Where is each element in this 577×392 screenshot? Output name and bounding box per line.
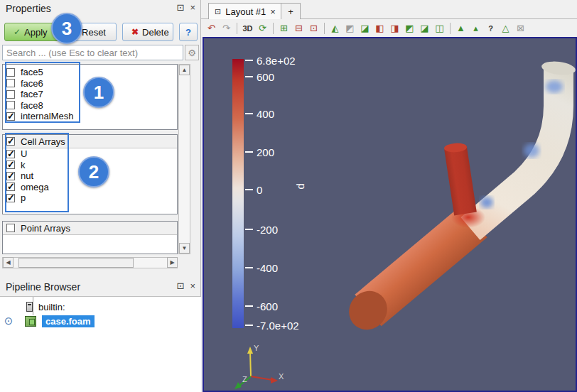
omega-checkbox[interactable]: [6, 183, 15, 191]
face8-checkbox[interactable]: [6, 101, 15, 109]
zoom-in-box-icon[interactable]: ⊞: [278, 22, 290, 34]
new-layout-tab[interactable]: +: [281, 3, 301, 19]
face5-checkbox[interactable]: [6, 68, 15, 77]
search-input[interactable]: [2, 45, 183, 60]
y-axis: [247, 347, 253, 376]
point-arrays-label: Point Arrays: [21, 223, 70, 234]
zoom-to-box-icon[interactable]: ◩: [344, 22, 356, 34]
list-item-face5[interactable]: face5: [3, 67, 177, 78]
color-legend-bar[interactable]: [232, 59, 244, 328]
gear-icon: ⚙: [188, 48, 196, 58]
orientation-axes-widget: Y X Z: [231, 342, 286, 391]
apply-icon: ✓: [14, 27, 21, 37]
properties-title: Properties: [6, 3, 51, 14]
tab-layout-1-label: Layout #1: [225, 6, 266, 17]
paraview-window: Properties ⊡ × ✓ Apply Reset ✖ Delete ?: [0, 0, 577, 392]
plus-x-view-icon[interactable]: ◧: [374, 22, 386, 34]
cell-arrays-checkbox[interactable]: [6, 137, 15, 146]
scroll-up-icon[interactable]: ▲: [179, 65, 190, 75]
face6-checkbox[interactable]: [6, 79, 15, 87]
list-item-internalmesh[interactable]: internalMesh: [3, 111, 177, 122]
render-view[interactable]: 6.8e+02 600 400 200 0 -200 -400 -600 -7.…: [203, 37, 577, 392]
undo-camera-icon[interactable]: ↶: [205, 22, 217, 34]
plus-y-view-icon[interactable]: ◩: [404, 22, 416, 34]
close-panel-icon[interactable]: ×: [190, 2, 195, 13]
p-checkbox[interactable]: [6, 194, 15, 202]
plus-icon: +: [288, 6, 293, 17]
pipeline-tree: builtin: ⊙ case.foam: [0, 296, 201, 392]
toggle-2d-3d-icon[interactable]: 3D: [242, 22, 254, 34]
cell-arrays-header[interactable]: Cell Arrays: [3, 135, 177, 148]
nut-checkbox[interactable]: [6, 172, 15, 180]
horizontal-scrollbar[interactable]: ◀ ▶: [2, 257, 178, 268]
point-arrays-checkbox[interactable]: [6, 224, 15, 232]
close-tab-icon[interactable]: ×: [270, 6, 276, 17]
isometric-view-icon[interactable]: ▲: [455, 22, 467, 34]
scroll-right-icon[interactable]: ▶: [167, 257, 178, 268]
properties-header: Properties ⊡ ×: [0, 0, 201, 17]
scroll-down-icon[interactable]: ▼: [179, 243, 190, 254]
openfoam-case-icon: [25, 316, 36, 327]
legend-tick: 600: [245, 70, 274, 83]
reset-center-icon[interactable]: △: [500, 22, 512, 34]
search-options-button[interactable]: ⚙: [185, 45, 199, 60]
float-panel-icon[interactable]: ⊡: [177, 2, 185, 13]
pipeline-item-builtin[interactable]: builtin:: [0, 300, 201, 314]
minus-y-view-icon[interactable]: ◪: [419, 22, 431, 34]
u-label: U: [21, 148, 27, 159]
cell-arrays-label: Cell Arrays: [21, 136, 65, 147]
case-foam-label: case.foam: [42, 315, 95, 327]
zoom-closest-icon[interactable]: ◪: [359, 22, 371, 34]
context-help-icon[interactable]: ?: [485, 22, 497, 34]
tab-layout-1[interactable]: ⊡ Layout #1 ×: [208, 3, 282, 19]
internalmesh-checkbox[interactable]: [6, 112, 15, 121]
redo-camera-icon[interactable]: ↷: [220, 22, 232, 34]
delete-view-icon[interactable]: ⊠: [514, 22, 527, 34]
y-axis-label: Y: [254, 344, 259, 352]
delete-label: Delete: [142, 27, 169, 38]
scroll-left-icon[interactable]: ◀: [3, 257, 14, 268]
plus-z-view-icon[interactable]: ◫: [433, 22, 446, 34]
float-panel-icon[interactable]: ⊡: [177, 281, 185, 291]
p-label: p: [21, 192, 26, 203]
layout-tab-bar: ⊡ Layout #1 × +: [201, 0, 577, 19]
face7-checkbox[interactable]: [6, 90, 15, 99]
toolbar-separator: [237, 23, 237, 34]
delete-button[interactable]: ✖ Delete: [122, 23, 173, 41]
face6-label: face6: [21, 78, 43, 89]
legend-title: p: [296, 183, 308, 189]
zoom-out-box-icon[interactable]: ⊟: [293, 22, 305, 34]
delete-icon: ✖: [131, 27, 139, 37]
x-axis-label: X: [279, 372, 284, 381]
minus-x-view-icon[interactable]: ◨: [389, 22, 401, 34]
callout-2: 2: [78, 156, 109, 187]
reset-zoom-icon[interactable]: ⊡: [308, 22, 320, 34]
pipe-3d-model: [204, 38, 577, 392]
point-arrays-header[interactable]: Point Arrays: [3, 222, 177, 235]
pipeline-item-case-foam[interactable]: ⊙ case.foam: [0, 314, 201, 328]
list-item-p[interactable]: p: [3, 192, 177, 204]
reset-label: Reset: [82, 27, 106, 38]
help-button[interactable]: ?: [179, 23, 198, 41]
camera-toolbar: ↶ ↷ 3D ⟳ ⊞ ⊟ ⊡ ◭ ◩ ◪ ◧ ◨ ◩ ◪ ◫ ▲ ▴ ? △ ⊠: [201, 19, 577, 37]
pick-center-icon[interactable]: ▴: [470, 22, 482, 34]
zoom-to-data-icon[interactable]: ◭: [329, 22, 341, 34]
legend-tick: -600: [245, 300, 278, 312]
face5-label: face5: [21, 67, 43, 77]
visibility-eye-icon[interactable]: ⊙: [0, 315, 17, 327]
adjust-camera-icon[interactable]: ⟳: [257, 22, 269, 34]
nut-label: nut: [21, 170, 33, 181]
callout-1: 1: [83, 77, 114, 108]
legend-tick: 200: [245, 146, 274, 158]
u-checkbox[interactable]: [6, 150, 15, 158]
k-checkbox[interactable]: [6, 160, 15, 169]
window-icon: ⊡: [215, 7, 221, 16]
internalmesh-label: internalMesh: [21, 111, 73, 121]
vertical-scrollbar[interactable]: ▲ ▼: [178, 64, 190, 254]
left-dock: Properties ⊡ × ✓ Apply Reset ✖ Delete ?: [0, 0, 201, 392]
close-panel-icon[interactable]: ×: [190, 281, 195, 291]
scrollbar-thumb[interactable]: [18, 258, 134, 268]
builtin-server-icon: [26, 302, 33, 312]
toolbar-separator: [450, 23, 451, 34]
legend-tick: 6.8e+02: [245, 54, 296, 67]
